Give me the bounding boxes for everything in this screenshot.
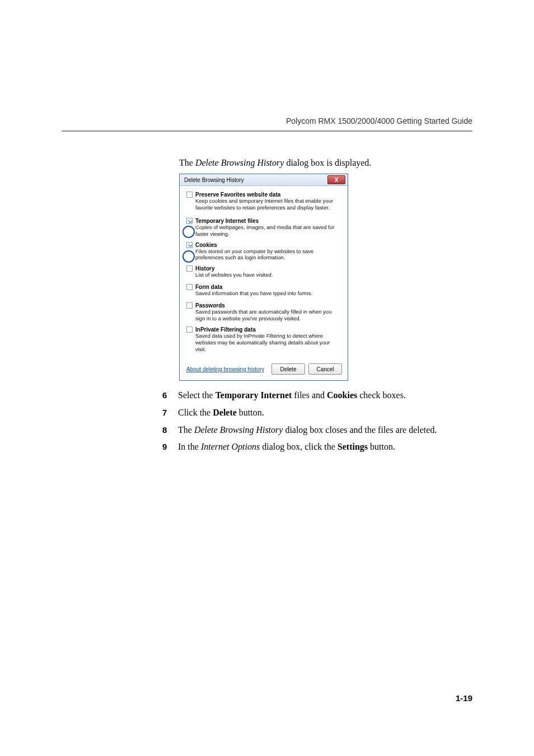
- running-header: Polycom RMX 1500/2000/4000 Getting Start…: [286, 116, 472, 125]
- desc-preserve-favorites: Keep cookies and temporary Internet file…: [195, 198, 341, 211]
- step-6-b2: Cookies: [327, 390, 357, 400]
- step-9-pre: In the: [178, 442, 201, 451]
- option-inprivate: InPrivate Filtering data Saved data used…: [188, 326, 341, 353]
- label-temp-internet-files: Temporary Internet files: [195, 218, 341, 224]
- step-8-post: dialog box closes and the files are dele…: [283, 425, 437, 435]
- option-temp-internet-files: Temporary Internet files Copies of webpa…: [188, 218, 341, 237]
- about-deleting-link[interactable]: About deleting browsing history: [186, 366, 264, 372]
- label-form-data: Form data: [195, 284, 341, 290]
- step-7-post: button.: [237, 408, 264, 417]
- label-passwords: Passwords: [195, 302, 341, 309]
- step-8-pre: The: [178, 425, 194, 435]
- step-9: 9 In the Internet Options dialog box, cl…: [162, 440, 472, 454]
- option-cookies: Cookies Files stored on your computer by…: [188, 242, 341, 262]
- page-number: 1-19: [456, 693, 472, 703]
- step-7-b1: Delete: [213, 408, 237, 417]
- step-6-mid: files and: [292, 390, 327, 400]
- step-8-i1: Delete Browsing History: [194, 425, 283, 435]
- step-6: 6 Select the Temporary Internet files an…: [162, 389, 472, 403]
- checkbox-history[interactable]: [186, 265, 193, 272]
- dialog-footer: About deleting browsing history Delete C…: [180, 361, 348, 380]
- instruction-steps: 6 Select the Temporary Internet files an…: [162, 389, 472, 458]
- desc-history: List of websites you have visited.: [195, 272, 341, 278]
- dialog-body: Preserve Favorites website data Keep coo…: [180, 186, 348, 361]
- step-8: 8 The Delete Browsing History dialog box…: [162, 423, 472, 437]
- step-7: 7 Click the Delete button.: [162, 406, 472, 420]
- label-preserve-favorites: Preserve Favorites website data: [195, 192, 341, 198]
- checkbox-inprivate[interactable]: [186, 326, 193, 333]
- step-6-b1: Temporary Internet: [216, 390, 292, 400]
- delete-browsing-history-dialog: Delete Browsing History X Preserve Favor…: [179, 174, 348, 381]
- desc-cookies: Files stored on your computer by website…: [195, 248, 341, 262]
- dialog-title-text: Delete Browsing History: [184, 177, 244, 183]
- option-history: History List of websites you have visite…: [188, 265, 341, 278]
- step-6-post: check boxes.: [357, 390, 406, 400]
- checkbox-passwords[interactable]: [186, 302, 193, 309]
- desc-inprivate: Saved data used by InPrivate Filtering t…: [195, 333, 341, 353]
- step-6-num: 6: [162, 389, 178, 403]
- intro-italic: Delete Browsing History: [195, 158, 284, 167]
- dialog-button-row: Delete Cancel: [271, 363, 342, 375]
- step-9-b1: Settings: [338, 442, 368, 451]
- cancel-button[interactable]: Cancel: [308, 363, 342, 375]
- label-cookies: Cookies: [195, 242, 341, 248]
- header-rule: [62, 130, 472, 132]
- step-9-num: 9: [162, 440, 178, 454]
- checkbox-preserve-favorites[interactable]: [186, 192, 193, 198]
- dialog-titlebar: Delete Browsing History X: [180, 174, 348, 186]
- document-page: Polycom RMX 1500/2000/4000 Getting Start…: [0, 0, 534, 756]
- step-7-pre: Click the: [178, 408, 213, 417]
- step-7-text: Click the Delete button.: [178, 406, 472, 420]
- intro-suffix: dialog box is displayed.: [284, 158, 371, 167]
- checkbox-form-data[interactable]: [186, 284, 193, 290]
- checkbox-cookies[interactable]: [186, 242, 193, 248]
- step-9-mid: dialog box, click the: [260, 442, 338, 451]
- intro-text: The Delete Browsing History dialog box i…: [179, 158, 371, 168]
- option-passwords: Passwords Saved passwords that are autom…: [188, 302, 341, 322]
- label-inprivate: InPrivate Filtering data: [195, 326, 341, 333]
- desc-form-data: Saved information that you have typed in…: [195, 290, 341, 297]
- step-8-num: 8: [162, 423, 178, 437]
- step-8-text: The Delete Browsing History dialog box c…: [178, 423, 472, 437]
- step-9-text: In the Internet Options dialog box, clic…: [178, 440, 472, 454]
- step-6-pre: Select the: [178, 390, 216, 400]
- step-9-i1: Internet Options: [201, 442, 260, 451]
- step-9-post: button.: [368, 442, 395, 451]
- desc-passwords: Saved passwords that are automatically f…: [195, 309, 341, 322]
- step-7-num: 7: [162, 406, 178, 420]
- delete-button[interactable]: Delete: [271, 363, 305, 375]
- label-history: History: [195, 265, 341, 272]
- step-6-text: Select the Temporary Internet files and …: [178, 389, 472, 403]
- option-form-data: Form data Saved information that you hav…: [188, 284, 341, 297]
- desc-temp-internet-files: Copies of webpages, images, and media th…: [195, 224, 341, 237]
- option-preserve-favorites: Preserve Favorites website data Keep coo…: [188, 192, 341, 211]
- close-button[interactable]: X: [327, 175, 345, 184]
- checkbox-temp-internet-files[interactable]: [186, 218, 193, 224]
- intro-prefix: The: [179, 158, 195, 167]
